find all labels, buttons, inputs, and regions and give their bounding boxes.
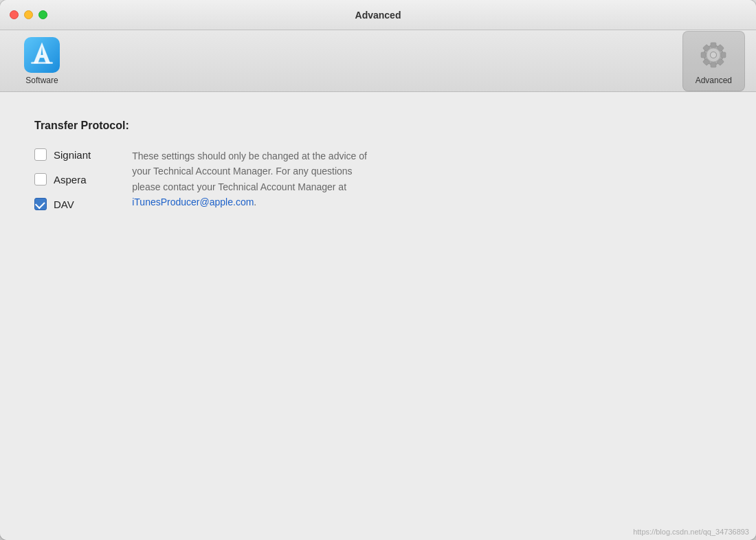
dav-checkbox[interactable] bbox=[34, 198, 47, 210]
svg-rect-6 bbox=[711, 63, 716, 67]
main-content: Transfer Protocol: Signiant Aspera DAV bbox=[0, 92, 756, 540]
software-label: Software bbox=[25, 76, 58, 85]
content-layout: Signiant Aspera DAV These settings shoul… bbox=[34, 148, 722, 210]
svg-rect-8 bbox=[721, 52, 726, 58]
aspera-row[interactable]: Aspera bbox=[34, 173, 91, 185]
toolbar-item-software[interactable]: Software bbox=[11, 32, 73, 91]
maximize-button[interactable] bbox=[38, 10, 47, 19]
signiant-checkbox[interactable] bbox=[34, 148, 47, 161]
email-link[interactable]: iTunesProducer@apple.com bbox=[132, 196, 254, 207]
traffic-lights bbox=[10, 10, 47, 19]
info-text-column: These settings should only be changed at… bbox=[132, 148, 379, 210]
svg-point-13 bbox=[711, 52, 717, 58]
info-period: . bbox=[254, 196, 256, 207]
main-window: Advanced bbox=[0, 0, 756, 540]
toolbar-item-advanced[interactable]: Advanced bbox=[682, 31, 745, 91]
svg-rect-7 bbox=[701, 52, 706, 58]
section-title: Transfer Protocol: bbox=[34, 120, 722, 132]
title-bar: Advanced bbox=[0, 0, 756, 30]
signiant-label: Signiant bbox=[54, 149, 91, 161]
svg-rect-1 bbox=[31, 62, 53, 64]
minimize-button[interactable] bbox=[24, 10, 33, 19]
gear-icon bbox=[696, 37, 731, 73]
aspera-label: Aspera bbox=[54, 174, 87, 185]
close-button[interactable] bbox=[10, 10, 19, 19]
info-text: These settings should only be changed at… bbox=[132, 150, 367, 192]
checkboxes-column: Signiant Aspera DAV bbox=[34, 148, 91, 210]
aspera-checkbox[interactable] bbox=[34, 173, 47, 185]
advanced-label: Advanced bbox=[696, 76, 732, 85]
dav-row[interactable]: DAV bbox=[34, 198, 91, 210]
software-icon bbox=[24, 37, 60, 73]
dav-label: DAV bbox=[54, 199, 74, 210]
signiant-row[interactable]: Signiant bbox=[34, 148, 91, 161]
svg-rect-5 bbox=[711, 43, 716, 47]
toolbar: Software bbox=[0, 30, 756, 92]
window-title: Advanced bbox=[355, 10, 401, 21]
watermark: https://blog.csdn.net/qq_34736893 bbox=[633, 528, 749, 536]
